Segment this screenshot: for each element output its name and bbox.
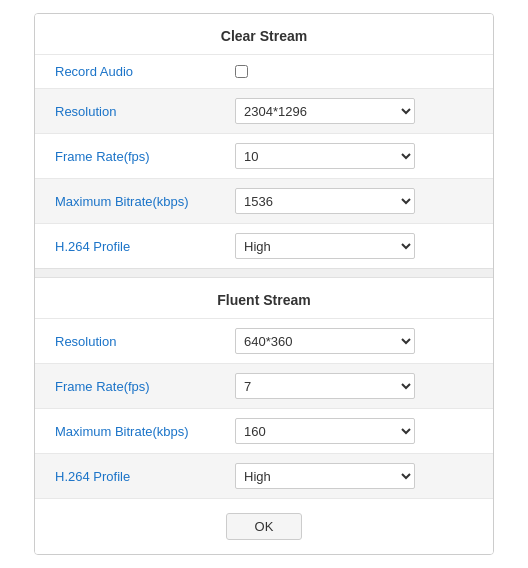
record-audio-label: Record Audio bbox=[35, 55, 215, 89]
record-audio-row: Record Audio bbox=[35, 55, 493, 89]
clear-stream-title: Clear Stream bbox=[35, 14, 493, 54]
clear-bitrate-label: Maximum Bitrate(kbps) bbox=[35, 179, 215, 224]
clear-framerate-label: Frame Rate(fps) bbox=[35, 134, 215, 179]
fluent-resolution-select[interactable]: 640*360 320*180 480*270 bbox=[235, 328, 415, 354]
clear-resolution-row: Resolution 2304*1296 1920*1080 1280*720 … bbox=[35, 89, 493, 134]
ok-row: OK bbox=[35, 498, 493, 554]
fluent-stream-title: Fluent Stream bbox=[35, 278, 493, 318]
ok-button[interactable]: OK bbox=[226, 513, 303, 540]
fluent-h264-select[interactable]: High Main Baseline bbox=[235, 463, 415, 489]
fluent-resolution-label: Resolution bbox=[35, 319, 215, 364]
clear-framerate-row: Frame Rate(fps) 10 15 20 25 30 bbox=[35, 134, 493, 179]
clear-h264-row: H.264 Profile High Main Baseline bbox=[35, 224, 493, 269]
fluent-h264-row: H.264 Profile High Main Baseline bbox=[35, 454, 493, 499]
fluent-stream-table: Resolution 640*360 320*180 480*270 Frame… bbox=[35, 318, 493, 498]
clear-bitrate-select[interactable]: 1536 2048 4096 8192 bbox=[235, 188, 415, 214]
record-audio-checkbox[interactable] bbox=[235, 65, 248, 78]
clear-resolution-select[interactable]: 2304*1296 1920*1080 1280*720 640*480 bbox=[235, 98, 415, 124]
section-divider bbox=[35, 268, 493, 278]
clear-framerate-select[interactable]: 10 15 20 25 30 bbox=[235, 143, 415, 169]
clear-h264-label: H.264 Profile bbox=[35, 224, 215, 269]
clear-resolution-label: Resolution bbox=[35, 89, 215, 134]
fluent-bitrate-row: Maximum Bitrate(kbps) 160 256 512 1024 bbox=[35, 409, 493, 454]
fluent-bitrate-label: Maximum Bitrate(kbps) bbox=[35, 409, 215, 454]
fluent-framerate-select[interactable]: 7 10 15 20 bbox=[235, 373, 415, 399]
fluent-framerate-label: Frame Rate(fps) bbox=[35, 364, 215, 409]
main-panel: Clear Stream Record Audio Resolution 230… bbox=[34, 13, 494, 555]
clear-stream-table: Record Audio Resolution 2304*1296 1920*1… bbox=[35, 54, 493, 268]
clear-bitrate-row: Maximum Bitrate(kbps) 1536 2048 4096 819… bbox=[35, 179, 493, 224]
fluent-bitrate-select[interactable]: 160 256 512 1024 bbox=[235, 418, 415, 444]
fluent-resolution-row: Resolution 640*360 320*180 480*270 bbox=[35, 319, 493, 364]
fluent-framerate-row: Frame Rate(fps) 7 10 15 20 bbox=[35, 364, 493, 409]
fluent-h264-label: H.264 Profile bbox=[35, 454, 215, 499]
clear-h264-select[interactable]: High Main Baseline bbox=[235, 233, 415, 259]
